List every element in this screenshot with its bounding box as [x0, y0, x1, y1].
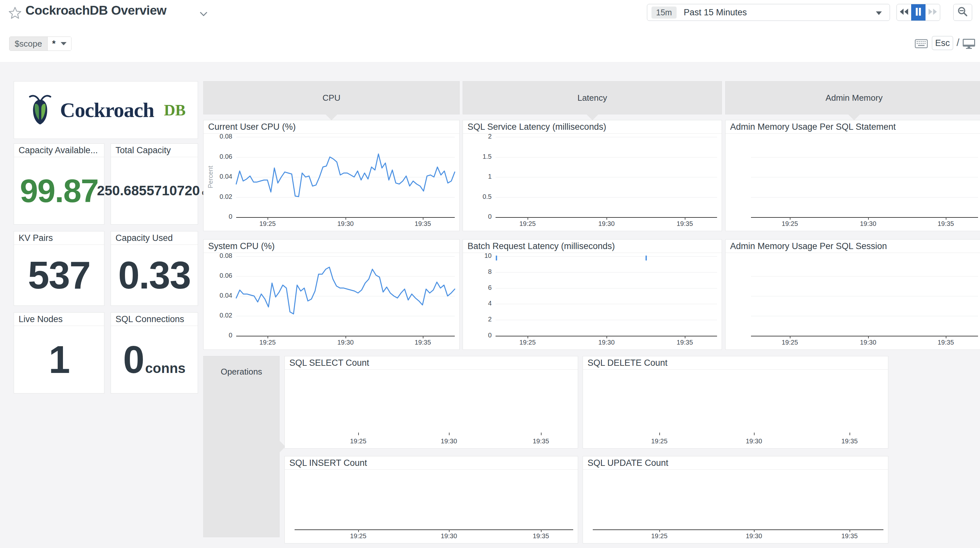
stat-card-live-nodes[interactable]: Live Nodes 1	[14, 312, 104, 394]
chart-plot-area: 108642019:2519:3019:35	[463, 253, 722, 349]
keyboard-icon[interactable]	[915, 39, 928, 49]
x-tick-label: 19:25	[770, 339, 810, 346]
x-tick-label: 19:30	[734, 532, 773, 540]
group-label: Operations	[221, 367, 262, 377]
x-tick-mark	[946, 336, 947, 338]
chart-title: SQL Service Latency (milliseconds)	[463, 120, 722, 133]
x-tick-label: 19:35	[665, 220, 704, 227]
fast-forward-button[interactable]	[926, 4, 940, 21]
chevron-down-icon[interactable]	[200, 12, 207, 17]
x-tick-mark	[606, 217, 607, 220]
y-tick-label: 0.5	[463, 193, 492, 200]
brand-name: Cockroach	[60, 98, 154, 122]
group-header-admin-memory[interactable]: Admin Memory	[725, 81, 980, 114]
y-tick-label: 1	[463, 173, 492, 180]
chart-sql-select-count[interactable]: SQL SELECT Count 19:2519:3019:35	[285, 356, 578, 449]
y-tick-label: 0.06	[204, 272, 232, 280]
gridline	[496, 137, 717, 137]
pause-button[interactable]	[911, 4, 926, 21]
gridline	[496, 177, 717, 177]
x-tick-label: 19:35	[830, 437, 869, 445]
chart-plot-area: 19:2519:3019:35	[285, 470, 578, 543]
y-tick-label: 2	[463, 316, 492, 323]
x-tick-label: 19:25	[339, 532, 378, 540]
x-tick-mark	[449, 433, 450, 435]
esc-key-button[interactable]: Esc	[932, 36, 953, 50]
x-tick-mark	[868, 336, 869, 338]
x-tick-label: 19:30	[734, 437, 773, 445]
pause-icon	[915, 8, 921, 17]
template-variable-value: *	[52, 39, 56, 49]
chart-title: SQL DELETE Count	[583, 356, 888, 370]
x-tick-mark	[541, 433, 541, 435]
time-scrub-controls	[896, 4, 940, 21]
fast-forward-icon	[928, 8, 937, 17]
chart-plot-area: 19:2519:3019:35	[725, 253, 980, 349]
chart-plot-area: 21.510.5019:2519:3019:35	[463, 133, 722, 231]
stat-card-sql-connections[interactable]: SQL Connections 0conns	[111, 312, 198, 394]
chart-sql-delete-count[interactable]: SQL DELETE Count 19:2519:3019:35	[583, 356, 888, 449]
chart-sql-update-count[interactable]: SQL UPDATE Count 19:2519:3019:35	[583, 456, 888, 543]
chart-system-cpu[interactable]: System CPU (%) 0.080.060.040.02019:2519:…	[203, 239, 460, 350]
stat-card-capacity-used[interactable]: Capacity Used 0.33	[111, 231, 198, 306]
x-tick-mark	[358, 433, 359, 435]
y-tick-label: 0.04	[204, 292, 232, 299]
x-tick-mark	[850, 433, 850, 435]
zoom-out-icon	[958, 6, 968, 18]
star-icon[interactable]	[8, 6, 22, 20]
y-tick-label: 10	[463, 253, 492, 259]
x-tick-label: 19:35	[926, 339, 965, 346]
esc-key-label: Esc	[935, 38, 950, 48]
monitor-icon[interactable]	[963, 38, 975, 50]
group-header-operations[interactable]: Operations	[203, 356, 280, 537]
stat-card-kv-pairs[interactable]: KV Pairs 537	[14, 231, 104, 306]
stat-card-capacity-available[interactable]: Capacity Available... 99.87	[14, 143, 104, 225]
chart-title: System CPU (%)	[204, 240, 459, 253]
time-range-badge: 15m	[651, 6, 677, 19]
rewind-button[interactable]	[897, 4, 911, 21]
y-tick-label: 0.02	[204, 312, 232, 319]
chart-batch-request-latency[interactable]: Batch Request Latency (milliseconds) 108…	[463, 239, 722, 350]
y-tick-label: 0.08	[204, 133, 232, 140]
axis-line	[751, 336, 978, 337]
chart-admin-memory-per-session[interactable]: Admin Memory Usage Per SQL Session 19:25…	[725, 239, 980, 350]
x-tick-mark	[790, 336, 791, 338]
series-svg	[236, 133, 455, 231]
stat-card-title: Capacity Used	[111, 232, 198, 245]
x-tick-label: 19:25	[508, 220, 547, 227]
stat-card-value: 0	[123, 340, 144, 379]
zoom-out-button[interactable]	[953, 4, 972, 21]
page-title: CockroachDB Overview	[25, 3, 166, 17]
x-tick-label: 19:25	[640, 437, 679, 445]
template-variable-scope[interactable]: $scope *	[9, 37, 72, 51]
x-tick-label: 19:30	[587, 220, 626, 227]
gridline	[751, 276, 978, 276]
chart-current-user-cpu[interactable]: Current User CPU (%) 0.080.060.040.02019…	[203, 120, 460, 231]
stat-card-title: SQL Connections	[111, 313, 198, 326]
series-line	[236, 267, 455, 314]
group-header-latency[interactable]: Latency	[463, 81, 722, 114]
x-tick-mark	[850, 529, 850, 532]
stat-card-total-capacity[interactable]: Total Capacity 250.6855710720GB	[111, 143, 198, 225]
time-range-label: Past 15 Minutes	[684, 8, 747, 17]
chart-sql-insert-count[interactable]: SQL INSERT Count 19:2519:3019:35	[285, 456, 578, 543]
group-header-cpu[interactable]: CPU	[203, 81, 460, 114]
series-svg	[496, 253, 717, 349]
x-tick-mark	[754, 433, 754, 435]
x-tick-mark	[528, 217, 528, 220]
group-label: Latency	[578, 93, 607, 103]
chart-sql-service-latency[interactable]: SQL Service Latency (milliseconds) 21.51…	[463, 120, 722, 231]
gridline	[751, 296, 978, 296]
gridline	[751, 177, 978, 177]
template-variable-name: $scope	[10, 37, 48, 51]
chart-admin-memory-per-statement[interactable]: Admin Memory Usage Per SQL Statement 19:…	[725, 120, 980, 231]
series-line	[236, 154, 455, 197]
x-tick-label: 19:25	[640, 532, 679, 540]
chart-plot-area: 19:2519:3019:35	[583, 370, 888, 448]
x-tick-label: 19:30	[430, 437, 468, 445]
x-tick-label: 19:30	[430, 532, 468, 540]
template-variable-value-dropdown[interactable]: *	[48, 37, 72, 51]
cockroach-bug-icon	[26, 92, 54, 129]
time-range-picker[interactable]: 15m Past 15 Minutes	[647, 4, 890, 21]
x-tick-mark	[685, 217, 686, 220]
